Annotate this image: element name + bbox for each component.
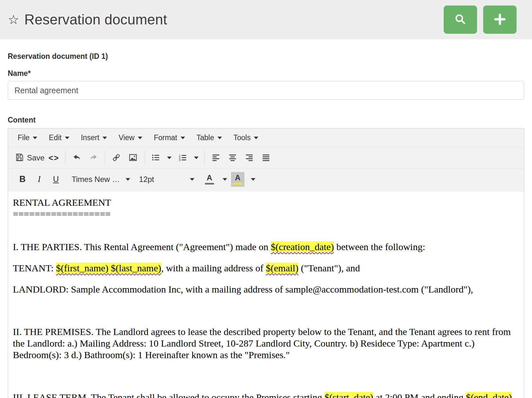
bullet-list-options-button[interactable] xyxy=(165,150,173,165)
doc-text: II. THE PREMISES. The Landlord agrees to… xyxy=(13,326,511,360)
insert-image-button[interactable] xyxy=(126,150,140,165)
source-code-icon: <> xyxy=(49,153,59,163)
align-left-button[interactable] xyxy=(208,150,223,165)
menu-insert[interactable]: Insert xyxy=(75,129,113,147)
chevron-down-icon xyxy=(194,157,199,159)
menu-tools[interactable]: Tools xyxy=(228,129,264,147)
rich-text-editor: File Edit Insert View Format Table Tools… xyxy=(8,128,524,398)
template-variable: $(email) xyxy=(266,263,298,273)
bold-button[interactable]: B xyxy=(15,172,30,187)
doc-text: TENANT: xyxy=(13,263,56,273)
svg-text:3: 3 xyxy=(179,158,180,161)
chevron-down-icon xyxy=(181,137,185,139)
undo-icon xyxy=(72,153,81,163)
page-title: Reservation document xyxy=(24,12,167,28)
search-button[interactable] xyxy=(444,5,477,34)
insert-link-button[interactable] xyxy=(109,150,124,165)
chevron-down-icon xyxy=(217,137,222,139)
redo-button[interactable] xyxy=(86,150,101,165)
chevron-down-icon xyxy=(126,178,130,181)
source-code-button[interactable]: <> xyxy=(47,150,61,165)
background-color-swatch xyxy=(233,183,242,185)
template-variable: $(creation_date) xyxy=(271,241,334,252)
doc-text: ("Tenant"), and xyxy=(298,263,360,273)
magnifier-icon xyxy=(454,13,467,27)
doc-text: I. THE PARTIES. This Rental Agreement ("… xyxy=(13,241,271,252)
doc-text: , with a mailing address of xyxy=(161,263,266,273)
redo-icon xyxy=(89,153,98,163)
template-variable: $(start_date) xyxy=(324,392,373,398)
editor-menubar: File Edit Insert View Format Table Tools xyxy=(8,129,524,147)
text-color-swatch xyxy=(205,183,214,185)
align-right-icon xyxy=(245,153,254,163)
menu-table[interactable]: Table xyxy=(191,129,228,147)
chevron-down-icon xyxy=(190,178,194,181)
numbered-list-icon: 123 xyxy=(178,153,187,163)
justify-button[interactable] xyxy=(259,150,273,165)
bullet-list-button[interactable] xyxy=(148,150,163,165)
doc-paragraph: III. LEASE TERM. The Tenant shall be all… xyxy=(13,392,519,398)
name-input[interactable] xyxy=(8,81,524,100)
align-center-button[interactable] xyxy=(225,150,240,165)
italic-button[interactable]: I xyxy=(32,172,47,187)
record-id-label: Reservation document (ID 1) xyxy=(8,52,524,61)
chevron-down-icon xyxy=(102,137,107,139)
doc-text: at 2:00 PM and ending xyxy=(373,392,466,398)
chevron-down-icon xyxy=(251,178,255,181)
doc-paragraph xyxy=(13,220,519,231)
name-label: Name* xyxy=(8,69,524,78)
justify-icon xyxy=(262,153,270,163)
menu-format[interactable]: Format xyxy=(148,129,191,147)
align-right-button[interactable] xyxy=(242,150,257,165)
align-center-icon xyxy=(228,153,237,163)
doc-paragraph xyxy=(13,305,519,316)
numbered-list-options-button[interactable] xyxy=(192,150,200,165)
doc-paragraph: I. THE PARTIES. This Rental Agreement ("… xyxy=(13,241,519,253)
editor-toolbar-row1: Save <> xyxy=(8,147,524,168)
chevron-down-icon xyxy=(167,157,172,159)
editor-content-area[interactable]: RENTAL AGREEMENT================== I. TH… xyxy=(8,192,524,398)
chevron-down-icon xyxy=(223,178,227,181)
doc-text: RENTAL AGREEMENT xyxy=(13,197,111,208)
save-button[interactable]: Save xyxy=(15,150,45,165)
chevron-down-icon xyxy=(65,137,69,139)
image-icon xyxy=(129,153,137,163)
favorite-star-icon[interactable]: ☆ xyxy=(8,13,19,26)
add-button[interactable] xyxy=(483,5,517,34)
doc-text: ================== xyxy=(13,209,111,219)
doc-paragraph: II. THE PREMISES. The Landlord agrees to… xyxy=(13,326,519,361)
chevron-down-icon xyxy=(254,137,258,139)
menu-file[interactable]: File xyxy=(12,129,43,147)
page-header: ☆ Reservation document xyxy=(0,0,532,39)
menu-view[interactable]: View xyxy=(113,129,148,147)
floppy-disk-icon xyxy=(15,153,24,163)
editor-toolbar-row2: B I U Times New … 12pt A A xyxy=(8,168,524,192)
doc-paragraph: RENTAL AGREEMENT================== xyxy=(13,197,519,220)
template-variable: $(end_date) xyxy=(466,392,512,398)
chevron-down-icon xyxy=(138,137,142,139)
doc-text: LANDLORD: Sample Accommodation Inc, with… xyxy=(13,284,473,294)
bullet-list-icon xyxy=(151,153,160,163)
doc-paragraph: TENANT: $(first_name) $(last_name), with… xyxy=(13,262,519,274)
font-family-select[interactable]: Times New … xyxy=(67,172,135,187)
doc-text: III. LEASE TERM. The Tenant shall be all… xyxy=(13,392,324,398)
text-color-button[interactable]: A xyxy=(203,172,216,187)
plus-icon xyxy=(493,13,507,27)
background-color-button[interactable]: A xyxy=(231,172,244,187)
menu-edit[interactable]: Edit xyxy=(43,129,75,147)
chevron-down-icon xyxy=(33,137,37,139)
doc-paragraph xyxy=(13,370,519,382)
background-color-options-button[interactable] xyxy=(249,172,257,187)
undo-button[interactable] xyxy=(69,150,84,165)
doc-paragraph: LANDLORD: Sample Accommodation Inc, with… xyxy=(13,284,519,295)
text-color-options-button[interactable] xyxy=(221,172,229,187)
doc-text: between the following: xyxy=(334,241,425,252)
font-size-select[interactable]: 12pt xyxy=(135,172,199,187)
template-variable: $(first_name) $(last_name) xyxy=(56,263,161,273)
underline-button[interactable]: U xyxy=(49,172,63,187)
required-asterisk: * xyxy=(28,69,31,77)
content-label: Content xyxy=(8,116,524,124)
numbered-list-button[interactable]: 123 xyxy=(175,150,190,165)
align-left-icon xyxy=(211,153,220,163)
main-content: Reservation document (ID 1) Name* Conten… xyxy=(8,52,524,398)
